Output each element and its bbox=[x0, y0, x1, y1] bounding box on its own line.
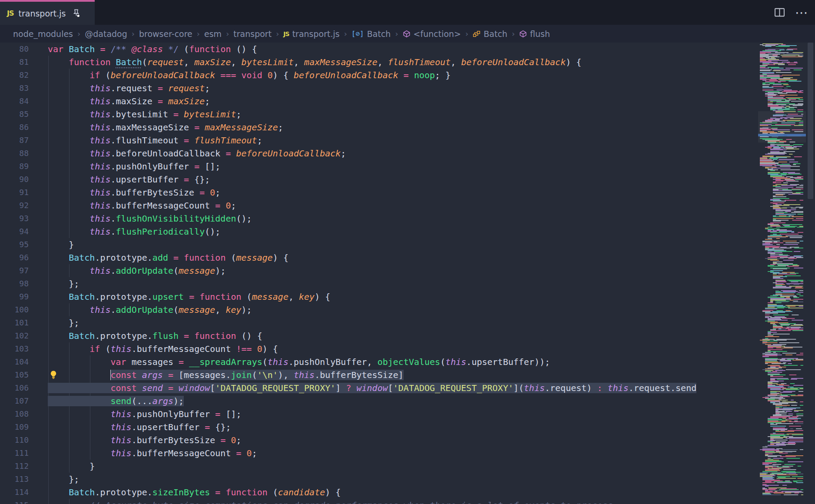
line-number-102[interactable]: 102 bbox=[0, 329, 29, 342]
code-text: this.beforeUnloadCallback = beforeUnload… bbox=[48, 147, 346, 160]
code-text: this.bytesLimit = bytesLimit; bbox=[48, 108, 242, 121]
code-line-95[interactable]: 95 } bbox=[0, 238, 758, 251]
line-number-106[interactable]: 106 bbox=[0, 381, 29, 395]
code-line-112[interactable]: 112 } bbox=[0, 460, 758, 473]
line-number-88[interactable]: 88 bbox=[0, 147, 29, 160]
line-number-84[interactable]: 84 bbox=[0, 95, 29, 108]
code-line-97[interactable]: 97 this.addOrUpdate(message); bbox=[0, 264, 758, 277]
code-editor[interactable]: 80var Batch = /** @class */ (function ()… bbox=[0, 43, 815, 504]
code-line-101[interactable]: 101 }; bbox=[0, 316, 758, 329]
field-blue-icon: [⊘] bbox=[351, 30, 364, 38]
method-purple-icon bbox=[403, 30, 411, 38]
line-number-90[interactable]: 90 bbox=[0, 173, 29, 186]
breadcrumb-item--datadog[interactable]: @datadog bbox=[85, 29, 127, 39]
code-line-109[interactable]: 109 this.upsertBuffer = {}; bbox=[0, 421, 758, 434]
line-number-87[interactable]: 87 bbox=[0, 134, 29, 147]
line-number-89[interactable]: 89 bbox=[0, 160, 29, 173]
line-number-92[interactable]: 92 bbox=[0, 199, 29, 212]
code-line-92[interactable]: 92 this.bufferMessageCount = 0; bbox=[0, 199, 758, 212]
code-line-103[interactable]: 103 if (this.bufferMessageCount !== 0) { bbox=[0, 342, 758, 355]
line-number-86[interactable]: 86 bbox=[0, 121, 29, 134]
line-number-105[interactable]: 105 bbox=[0, 368, 29, 381]
lightbulb-icon[interactable] bbox=[49, 370, 58, 381]
line-number-111[interactable]: 111 bbox=[0, 447, 29, 460]
line-number-103[interactable]: 103 bbox=[0, 342, 29, 355]
code-text: this.bufferBytesSize = 0; bbox=[48, 186, 220, 199]
more-actions-icon[interactable]: ⋯ bbox=[795, 6, 808, 19]
code-line-108[interactable]: 108 this.pushOnlyBuffer = []; bbox=[0, 408, 758, 421]
code-line-96[interactable]: 96 Batch.prototype.add = function (messa… bbox=[0, 251, 758, 264]
tab-transport-js[interactable]: JS transport.js bbox=[0, 0, 95, 25]
line-number-99[interactable]: 99 bbox=[0, 290, 29, 303]
pin-icon[interactable] bbox=[72, 9, 81, 18]
code-line-113[interactable]: 113 }; bbox=[0, 473, 758, 486]
code-line-98[interactable]: 98 }; bbox=[0, 277, 758, 290]
breadcrumb-item-node-modules[interactable]: node_modules bbox=[13, 29, 73, 39]
code-line-87[interactable]: 87 this.flushTimeout = flushTimeout; bbox=[0, 134, 758, 147]
code-line-100[interactable]: 100 this.addOrUpdate(message, key); bbox=[0, 303, 758, 316]
breadcrumb-item-transport-js[interactable]: JStransport.js bbox=[283, 29, 339, 39]
code-line-102[interactable]: 102 Batch.prototype.flush = function () … bbox=[0, 329, 758, 342]
code-line-90[interactable]: 90 this.upsertBuffer = {}; bbox=[0, 173, 758, 186]
code-line-104[interactable]: 104 var messages = __spreadArrays(this.p… bbox=[0, 355, 758, 368]
line-number-113[interactable]: 113 bbox=[0, 473, 29, 486]
line-number-104[interactable]: 104 bbox=[0, 355, 29, 368]
code-line-99[interactable]: 99 Batch.prototype.upsert = function (me… bbox=[0, 290, 758, 303]
code-line-85[interactable]: 85 this.bytesLimit = bytesLimit; bbox=[0, 108, 758, 121]
code-line-91[interactable]: 91 this.bufferBytesSize = 0; bbox=[0, 186, 758, 199]
code-line-110[interactable]: 110 this.bufferBytesSize = 0; bbox=[0, 434, 758, 447]
code-line-106[interactable]: 106 const send = window['DATADOG_REQUEST… bbox=[0, 381, 758, 395]
code-text: this.pushOnlyBuffer = []; bbox=[48, 160, 220, 173]
breadcrumb-item-batch[interactable]: Batch bbox=[473, 29, 507, 39]
line-number-114[interactable]: 114 bbox=[0, 486, 29, 499]
line-number-85[interactable]: 85 bbox=[0, 108, 29, 121]
line-number-96[interactable]: 96 bbox=[0, 251, 29, 264]
line-number-109[interactable]: 109 bbox=[0, 421, 29, 434]
line-number-100[interactable]: 100 bbox=[0, 303, 29, 316]
breadcrumb-item--function-[interactable]: <function> bbox=[403, 29, 461, 39]
code-line-81[interactable]: 81 function Batch(request, maxSize, byte… bbox=[0, 56, 758, 69]
line-number-94[interactable]: 94 bbox=[0, 225, 29, 238]
code-text: this.upsertBuffer = {}; bbox=[48, 173, 210, 186]
minimap-viewport-slider[interactable] bbox=[758, 111, 806, 143]
line-number-82[interactable]: 82 bbox=[0, 69, 29, 82]
line-number-108[interactable]: 108 bbox=[0, 408, 29, 421]
code-line-89[interactable]: 89 this.pushOnlyBuffer = []; bbox=[0, 160, 758, 173]
code-line-93[interactable]: 93 this.flushOnVisibilityHidden(); bbox=[0, 212, 758, 225]
scrollbar-slider[interactable] bbox=[808, 43, 813, 199]
breadcrumb-item-esm[interactable]: esm bbox=[204, 29, 222, 39]
line-number-80[interactable]: 80 bbox=[0, 43, 29, 56]
line-number-101[interactable]: 101 bbox=[0, 316, 29, 329]
code-line-83[interactable]: 83 this.request = request; bbox=[0, 82, 758, 95]
code-line-114[interactable]: 114 Batch.prototype.sizeInBytes = functi… bbox=[0, 486, 758, 499]
line-number-112[interactable]: 112 bbox=[0, 460, 29, 473]
code-line-82[interactable]: 82 if (beforeUnloadCallback === void 0) … bbox=[0, 69, 758, 82]
line-number-97[interactable]: 97 bbox=[0, 264, 29, 277]
code-line-94[interactable]: 94 this.flushPeriodically(); bbox=[0, 225, 758, 238]
line-number-91[interactable]: 91 bbox=[0, 186, 29, 199]
code-line-111[interactable]: 111 this.bufferMessageCount = 0; bbox=[0, 447, 758, 460]
code-line-88[interactable]: 88 this.beforeUnloadCallback = beforeUnl… bbox=[0, 147, 758, 160]
code-line-115[interactable]: 115 // Accurate byte size computations c… bbox=[0, 499, 758, 504]
code-line-107[interactable]: 107 send(...args); bbox=[0, 395, 758, 408]
breadcrumb-item-flush[interactable]: flush bbox=[519, 29, 550, 39]
line-number-107[interactable]: 107 bbox=[0, 395, 29, 408]
code-line-86[interactable]: 86 this.maxMessageSize = maxMessageSize; bbox=[0, 121, 758, 134]
line-number-115[interactable]: 115 bbox=[0, 499, 29, 504]
line-number-95[interactable]: 95 bbox=[0, 238, 29, 251]
line-number-98[interactable]: 98 bbox=[0, 277, 29, 290]
code-line-105[interactable]: 105 const args = [messages.join('\n'), t… bbox=[0, 368, 758, 381]
breadcrumb-separator: › bbox=[77, 29, 80, 38]
js-icon: JS bbox=[283, 30, 289, 37]
breadcrumb-item-browser-core[interactable]: browser-core bbox=[139, 29, 192, 39]
breadcrumb-separator: › bbox=[276, 29, 279, 38]
breadcrumb-item-transport[interactable]: transport bbox=[233, 29, 272, 39]
line-number-110[interactable]: 110 bbox=[0, 434, 29, 447]
breadcrumb-item-batch[interactable]: [⊘]Batch bbox=[351, 29, 391, 39]
line-number-93[interactable]: 93 bbox=[0, 212, 29, 225]
line-number-83[interactable]: 83 bbox=[0, 82, 29, 95]
code-line-80[interactable]: 80var Batch = /** @class */ (function ()… bbox=[0, 43, 758, 56]
line-number-81[interactable]: 81 bbox=[0, 56, 29, 69]
code-line-84[interactable]: 84 this.maxSize = maxSize; bbox=[0, 95, 758, 108]
split-editor-icon[interactable] bbox=[774, 7, 785, 18]
